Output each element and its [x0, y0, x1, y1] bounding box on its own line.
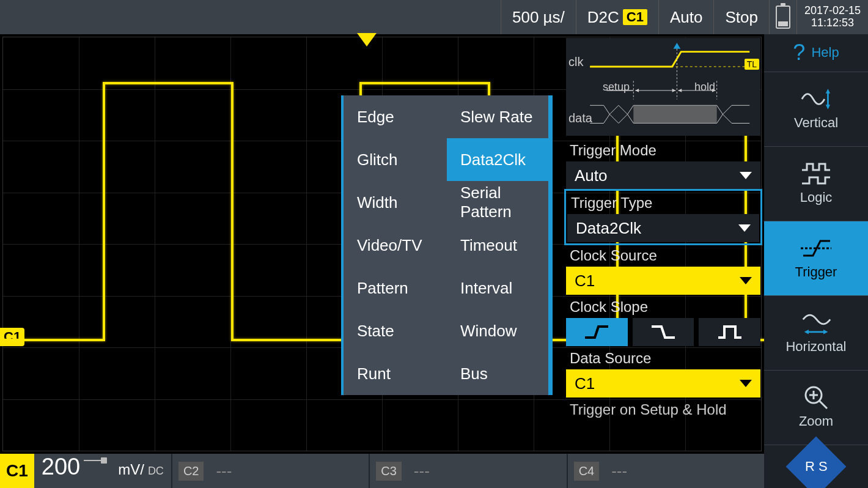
- sidebar-zoom[interactable]: Zoom: [764, 371, 868, 445]
- ch1-unit: mV/: [118, 461, 144, 478]
- timing-diagram-svg: [571, 43, 756, 132]
- clock-source-group: Clock Source C1: [566, 245, 760, 295]
- trigger-type-group: Trigger Type Data2Clk: [566, 191, 760, 243]
- sidebar-vertical-label: Vertical: [794, 115, 838, 131]
- data-source-value: C1: [575, 374, 595, 393]
- popup-item-interval[interactable]: Interval: [447, 267, 550, 309]
- clock-slope-group: Clock Slope: [566, 296, 760, 346]
- ch1-scale[interactable]: 200 mV/ DC: [34, 454, 172, 488]
- ch3-value: ---: [414, 462, 430, 481]
- clock-slope-label: Clock Slope: [566, 296, 760, 317]
- help-button[interactable]: ? Help: [764, 34, 868, 72]
- sidebar-logic-label: Logic: [800, 190, 833, 205]
- battery-cell: [769, 0, 796, 34]
- svg-marker-12: [804, 330, 809, 334]
- ch3-slot[interactable]: C3 ---: [370, 454, 567, 488]
- trigger-mode-cell[interactable]: Auto: [658, 0, 714, 34]
- ch3-badge: C3: [376, 462, 402, 481]
- ch1-badge[interactable]: C1: [0, 454, 34, 488]
- probe-icon: [84, 457, 114, 464]
- popup-item-serial[interactable]: Serial Pattern: [447, 181, 550, 224]
- popup-item-bus[interactable]: Bus: [447, 352, 550, 395]
- slope-rising-button[interactable]: [566, 318, 628, 346]
- ch1-coupling: DC: [148, 465, 164, 478]
- sidebar-zoom-label: Zoom: [799, 413, 833, 429]
- data-source-group: Data Source C1: [566, 347, 760, 397]
- ch2-value: ---: [216, 462, 232, 481]
- popup-item-width[interactable]: Width: [344, 181, 447, 224]
- clock-source-label: Clock Source: [566, 245, 760, 265]
- zoom-icon: [801, 385, 831, 410]
- svg-marker-4: [635, 89, 639, 92]
- channel-bar: C1 200 mV/ DC C2 --- C3 --- C4 ---: [0, 454, 764, 488]
- trigger-mode-group: Trigger Mode Auto: [566, 139, 760, 190]
- sidebar-trigger-label: Trigger: [795, 264, 837, 280]
- svg-line-15: [819, 401, 827, 409]
- clock-source-dropdown[interactable]: C1: [566, 267, 760, 295]
- slope-either-button[interactable]: [699, 318, 760, 346]
- trigger-src: D2C: [587, 8, 619, 27]
- datetime: 2017-02-15 11:12:53: [796, 0, 868, 34]
- svg-marker-7: [712, 89, 716, 92]
- ch2-badge: C2: [178, 462, 204, 481]
- timing-diagram: clk setup hold data TL: [566, 38, 760, 136]
- trigger-source-cell[interactable]: D2C C1: [576, 0, 658, 34]
- popup-item-glitch[interactable]: Glitch: [344, 138, 447, 181]
- rising-edge-icon: [583, 324, 611, 340]
- chevron-down-icon: [738, 224, 751, 232]
- popup-item-state[interactable]: State: [344, 309, 447, 352]
- svg-marker-9: [826, 89, 830, 93]
- timebase[interactable]: 500 µs/: [501, 0, 576, 34]
- ch4-slot[interactable]: C4 ---: [568, 454, 764, 488]
- trigger-settings-panel: clk setup hold data TL Trigger Mode Auto…: [562, 34, 764, 454]
- top-bar: 500 µs/ D2C C1 Auto Stop 2017-02-15 11:1…: [0, 0, 868, 34]
- chevron-down-icon: [740, 172, 752, 179]
- popup-item-timeout[interactable]: Timeout: [447, 224, 550, 267]
- help-icon: ?: [793, 40, 805, 65]
- clock-source-value: C1: [575, 272, 595, 290]
- trigger-type-dropdown[interactable]: Data2Clk: [567, 214, 759, 242]
- trigger-mode-value: Auto: [575, 166, 608, 185]
- chevron-down-icon: [740, 380, 752, 387]
- svg-rect-8: [633, 105, 716, 123]
- run-state[interactable]: Stop: [713, 0, 769, 34]
- data-source-label: Data Source: [566, 347, 760, 368]
- ch4-value: ---: [611, 462, 627, 481]
- falling-edge-icon: [649, 324, 677, 340]
- data-source-dropdown[interactable]: C1: [566, 369, 760, 397]
- vertical-icon: [801, 87, 831, 111]
- sidebar-horizontal[interactable]: Horizontal: [764, 296, 868, 371]
- popup-item-runt[interactable]: Runt: [344, 352, 447, 395]
- trigger-type-popup: Edge Glitch Width Video/TV Pattern State…: [341, 95, 550, 395]
- ch2-slot[interactable]: C2 ---: [172, 454, 370, 488]
- trigger-channel-badge: C1: [623, 9, 647, 25]
- sidebar-logic[interactable]: Logic: [764, 147, 868, 221]
- slope-falling-button[interactable]: [633, 318, 694, 346]
- trigger-type-value: Data2Clk: [576, 219, 641, 238]
- trigger-icon: [801, 236, 831, 261]
- ch1-scale-value: 200: [42, 454, 80, 480]
- time: 11:12:53: [811, 17, 854, 29]
- sidebar-horizontal-label: Horizontal: [785, 339, 846, 355]
- popup-item-data2clk[interactable]: Data2Clk: [447, 138, 550, 181]
- svg-marker-13: [823, 330, 828, 334]
- svg-marker-6: [678, 89, 682, 92]
- popup-item-window[interactable]: Window: [447, 309, 550, 352]
- right-sidebar: ? Help Vertical Logic Trigger Horizontal…: [764, 34, 868, 488]
- date: 2017-02-15: [804, 5, 861, 17]
- popup-item-pattern[interactable]: Pattern: [344, 267, 447, 309]
- popup-item-slewrate[interactable]: Slew Rate: [447, 95, 550, 138]
- sidebar-trigger[interactable]: Trigger: [764, 221, 868, 296]
- help-label: Help: [811, 45, 839, 61]
- trigger-type-label: Trigger Type: [567, 192, 759, 213]
- popup-item-video[interactable]: Video/TV: [344, 224, 447, 267]
- svg-marker-5: [672, 89, 676, 92]
- sidebar-vertical[interactable]: Vertical: [764, 72, 868, 147]
- horizontal-icon: [801, 311, 831, 335]
- trigger-mode-dropdown[interactable]: Auto: [566, 161, 760, 190]
- svg-marker-0: [674, 43, 681, 49]
- logic-icon: [801, 161, 831, 186]
- svg-marker-10: [826, 105, 830, 109]
- popup-item-edge[interactable]: Edge: [344, 95, 447, 138]
- setup-hold-label: Trigger on Setup & Hold: [566, 399, 760, 420]
